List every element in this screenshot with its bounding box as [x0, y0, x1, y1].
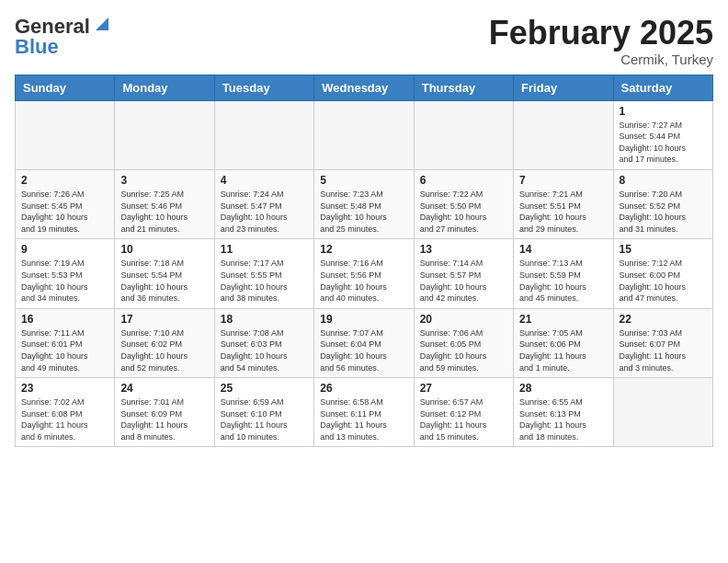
day-info: Sunrise: 7:23 AM Sunset: 5:48 PM Dayligh… [320, 189, 407, 235]
day-number: 22 [620, 313, 707, 326]
day-info: Sunrise: 7:20 AM Sunset: 5:52 PM Dayligh… [620, 189, 707, 235]
calendar-header-saturday: Saturday [613, 75, 712, 100]
calendar-day-cell: 19Sunrise: 7:07 AM Sunset: 6:04 PM Dayli… [314, 308, 414, 377]
day-number: 4 [221, 174, 308, 187]
calendar-header-friday: Friday [514, 75, 613, 100]
day-info: Sunrise: 6:57 AM Sunset: 6:12 PM Dayligh… [420, 396, 507, 442]
calendar-day-cell: 23Sunrise: 7:02 AM Sunset: 6:08 PM Dayli… [16, 378, 115, 447]
day-info: Sunrise: 7:01 AM Sunset: 6:09 PM Dayligh… [120, 396, 208, 442]
calendar-day-cell: 8Sunrise: 7:20 AM Sunset: 5:52 PM Daylig… [613, 169, 712, 238]
calendar-day-cell: 15Sunrise: 7:12 AM Sunset: 6:00 PM Dayli… [613, 239, 712, 308]
day-number: 18 [221, 313, 308, 326]
calendar-day-cell [314, 100, 414, 169]
day-info: Sunrise: 7:18 AM Sunset: 5:54 PM Dayligh… [120, 258, 208, 304]
day-number: 15 [620, 243, 707, 256]
day-info: Sunrise: 7:06 AM Sunset: 6:05 PM Dayligh… [420, 327, 507, 373]
calendar-day-cell: 10Sunrise: 7:18 AM Sunset: 5:54 PM Dayli… [115, 239, 214, 308]
day-number: 24 [120, 382, 208, 395]
logo-blue-text: Blue [15, 35, 59, 59]
day-number: 26 [320, 382, 407, 395]
day-number: 21 [519, 313, 607, 326]
day-number: 1 [620, 105, 707, 118]
location-text: Cermik, Turkey [489, 52, 713, 67]
day-info: Sunrise: 6:59 AM Sunset: 6:10 PM Dayligh… [221, 396, 308, 442]
calendar-day-cell: 3Sunrise: 7:25 AM Sunset: 5:46 PM Daylig… [115, 169, 214, 238]
calendar-day-cell: 24Sunrise: 7:01 AM Sunset: 6:09 PM Dayli… [115, 378, 214, 447]
calendar-week-row: 1Sunrise: 7:27 AM Sunset: 5:44 PM Daylig… [16, 100, 713, 169]
day-number: 23 [21, 382, 108, 395]
calendar-day-cell: 20Sunrise: 7:06 AM Sunset: 6:05 PM Dayli… [414, 308, 513, 377]
day-info: Sunrise: 7:19 AM Sunset: 5:53 PM Dayligh… [21, 258, 108, 304]
calendar-header-thursday: Thursday [414, 75, 513, 100]
day-number: 7 [519, 174, 607, 187]
day-info: Sunrise: 7:22 AM Sunset: 5:50 PM Dayligh… [420, 189, 507, 235]
day-info: Sunrise: 7:08 AM Sunset: 6:03 PM Dayligh… [221, 327, 308, 373]
day-number: 13 [420, 243, 507, 256]
day-info: Sunrise: 6:58 AM Sunset: 6:11 PM Dayligh… [320, 396, 407, 442]
day-number: 14 [519, 243, 607, 256]
calendar-day-cell: 5Sunrise: 7:23 AM Sunset: 5:48 PM Daylig… [314, 169, 414, 238]
day-info: Sunrise: 7:27 AM Sunset: 5:44 PM Dayligh… [620, 120, 707, 166]
calendar-day-cell: 17Sunrise: 7:10 AM Sunset: 6:02 PM Dayli… [115, 308, 214, 377]
day-info: Sunrise: 7:24 AM Sunset: 5:47 PM Dayligh… [221, 189, 308, 235]
day-number: 12 [320, 243, 407, 256]
day-info: Sunrise: 7:26 AM Sunset: 5:45 PM Dayligh… [21, 189, 108, 235]
calendar-day-cell [613, 378, 712, 447]
day-info: Sunrise: 7:11 AM Sunset: 6:01 PM Dayligh… [21, 327, 108, 373]
day-info: Sunrise: 7:02 AM Sunset: 6:08 PM Dayligh… [21, 396, 108, 442]
day-info: Sunrise: 7:21 AM Sunset: 5:51 PM Dayligh… [519, 189, 607, 235]
day-info: Sunrise: 7:16 AM Sunset: 5:56 PM Dayligh… [320, 258, 407, 304]
calendar-day-cell: 27Sunrise: 6:57 AM Sunset: 6:12 PM Dayli… [414, 378, 513, 447]
calendar-header-sunday: Sunday [16, 75, 115, 100]
calendar-day-cell: 4Sunrise: 7:24 AM Sunset: 5:47 PM Daylig… [214, 169, 313, 238]
calendar-day-cell: 14Sunrise: 7:13 AM Sunset: 5:59 PM Dayli… [514, 239, 613, 308]
day-number: 3 [120, 174, 208, 187]
svg-marker-0 [96, 17, 108, 30]
day-number: 27 [420, 382, 507, 395]
calendar-day-cell [115, 100, 214, 169]
calendar-day-cell: 28Sunrise: 6:55 AM Sunset: 6:13 PM Dayli… [514, 378, 613, 447]
calendar-day-cell [414, 100, 513, 169]
day-number: 25 [221, 382, 308, 395]
day-info: Sunrise: 7:07 AM Sunset: 6:04 PM Dayligh… [320, 327, 407, 373]
calendar-header-monday: Monday [115, 75, 214, 100]
day-number: 20 [420, 313, 507, 326]
day-number: 9 [21, 243, 108, 256]
calendar-day-cell: 7Sunrise: 7:21 AM Sunset: 5:51 PM Daylig… [514, 169, 613, 238]
day-info: Sunrise: 6:55 AM Sunset: 6:13 PM Dayligh… [519, 396, 607, 442]
calendar-day-cell: 6Sunrise: 7:22 AM Sunset: 5:50 PM Daylig… [414, 169, 513, 238]
day-number: 10 [120, 243, 208, 256]
day-number: 6 [420, 174, 507, 187]
day-number: 19 [320, 313, 407, 326]
calendar-week-row: 9Sunrise: 7:19 AM Sunset: 5:53 PM Daylig… [16, 239, 713, 308]
day-number: 11 [221, 243, 308, 256]
calendar-day-cell [214, 100, 313, 169]
calendar-day-cell [514, 100, 613, 169]
calendar-table: SundayMondayTuesdayWednesdayThursdayFrid… [15, 75, 713, 448]
day-info: Sunrise: 7:25 AM Sunset: 5:46 PM Dayligh… [120, 189, 208, 235]
calendar-day-cell: 21Sunrise: 7:05 AM Sunset: 6:06 PM Dayli… [514, 308, 613, 377]
day-number: 16 [21, 313, 108, 326]
calendar-header-wednesday: Wednesday [314, 75, 414, 100]
calendar-day-cell: 16Sunrise: 7:11 AM Sunset: 6:01 PM Dayli… [16, 308, 115, 377]
calendar-week-row: 16Sunrise: 7:11 AM Sunset: 6:01 PM Dayli… [16, 308, 713, 377]
logo-triangle-icon [92, 16, 108, 32]
month-title: February 2025 [489, 15, 713, 52]
day-number: 17 [120, 313, 208, 326]
calendar-header-row: SundayMondayTuesdayWednesdayThursdayFrid… [16, 75, 713, 100]
calendar-day-cell: 2Sunrise: 7:26 AM Sunset: 5:45 PM Daylig… [16, 169, 115, 238]
calendar-day-cell: 18Sunrise: 7:08 AM Sunset: 6:03 PM Dayli… [214, 308, 313, 377]
calendar-day-cell: 25Sunrise: 6:59 AM Sunset: 6:10 PM Dayli… [214, 378, 313, 447]
title-area: February 2025 Cermik, Turkey [489, 15, 713, 67]
calendar-day-cell: 12Sunrise: 7:16 AM Sunset: 5:56 PM Dayli… [314, 239, 414, 308]
day-info: Sunrise: 7:10 AM Sunset: 6:02 PM Dayligh… [120, 327, 208, 373]
calendar-day-cell: 13Sunrise: 7:14 AM Sunset: 5:57 PM Dayli… [414, 239, 513, 308]
calendar-day-cell: 22Sunrise: 7:03 AM Sunset: 6:07 PM Dayli… [613, 308, 712, 377]
day-number: 8 [620, 174, 707, 187]
calendar-day-cell: 26Sunrise: 6:58 AM Sunset: 6:11 PM Dayli… [314, 378, 414, 447]
day-info: Sunrise: 7:13 AM Sunset: 5:59 PM Dayligh… [519, 258, 607, 304]
day-info: Sunrise: 7:14 AM Sunset: 5:57 PM Dayligh… [420, 258, 507, 304]
calendar-day-cell: 9Sunrise: 7:19 AM Sunset: 5:53 PM Daylig… [16, 239, 115, 308]
day-info: Sunrise: 7:12 AM Sunset: 6:00 PM Dayligh… [620, 258, 707, 304]
day-number: 28 [519, 382, 607, 395]
